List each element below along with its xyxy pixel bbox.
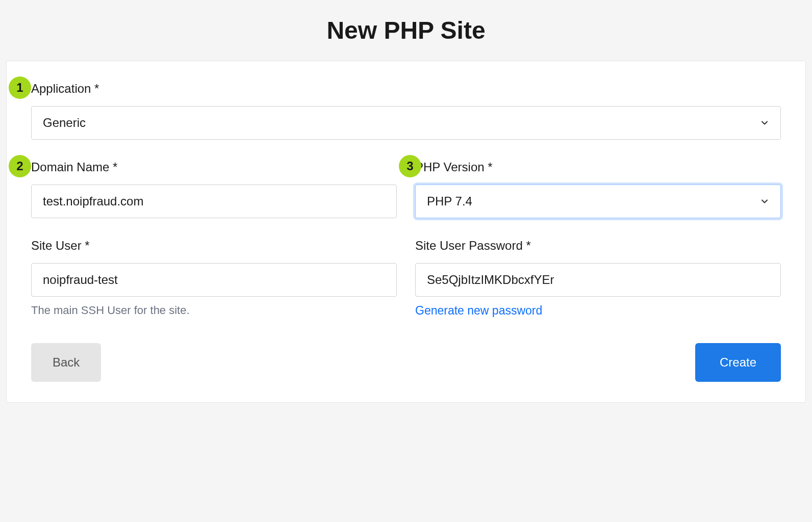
application-label: Application * (31, 82, 781, 96)
php-select[interactable]: PHP 7.4 (415, 185, 781, 218)
application-select[interactable]: Generic (31, 106, 781, 140)
form-card: 1 Application * Generic 2 Domain Name * … (6, 61, 806, 403)
generate-password-link[interactable]: Generate new password (415, 304, 542, 318)
domain-group: 2 Domain Name * (31, 160, 397, 218)
button-row: Back Create (31, 343, 781, 382)
siteuser-input[interactable] (31, 263, 397, 297)
php-group: 3 PHP Version * PHP 7.4 (415, 160, 781, 218)
application-select-wrap: Generic (31, 106, 781, 140)
siteuser-group: Site User * The main SSH User for the si… (31, 239, 397, 318)
step-badge-3: 3 (399, 155, 421, 177)
password-label: Site User Password * (415, 239, 781, 253)
page-title: New PHP Site (6, 16, 806, 44)
password-input[interactable] (415, 263, 781, 297)
step-badge-2: 2 (9, 155, 31, 177)
password-group: Site User Password * Generate new passwo… (415, 239, 781, 318)
step-badge-1: 1 (9, 76, 31, 99)
application-group: 1 Application * Generic (31, 82, 781, 140)
php-label: PHP Version * (415, 160, 781, 174)
php-select-wrap: PHP 7.4 (415, 185, 781, 218)
domain-input[interactable] (31, 185, 397, 218)
back-button[interactable]: Back (31, 343, 101, 382)
create-button[interactable]: Create (695, 343, 781, 382)
siteuser-help: The main SSH User for the site. (31, 304, 397, 317)
domain-label: Domain Name * (31, 160, 397, 174)
siteuser-label: Site User * (31, 239, 397, 253)
